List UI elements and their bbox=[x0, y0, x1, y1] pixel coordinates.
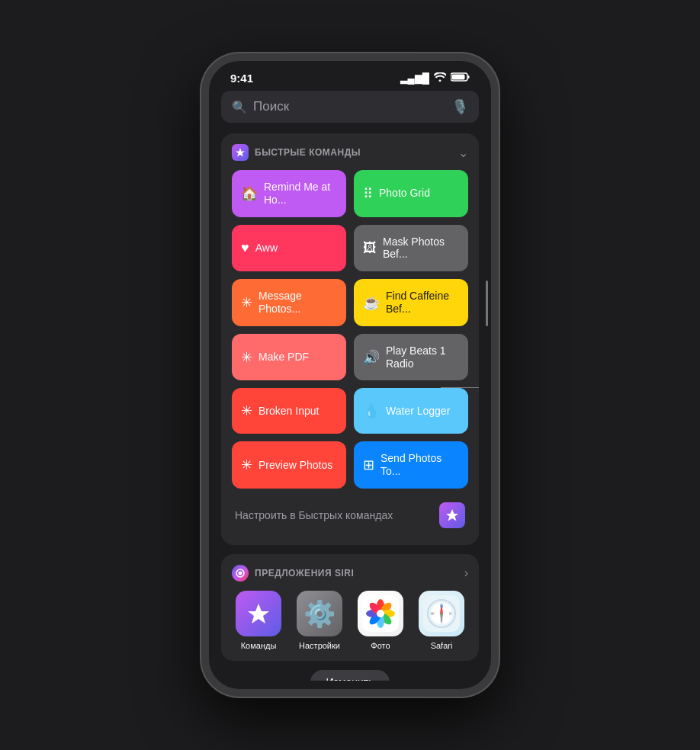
water-logger-icon: 💧 bbox=[363, 402, 380, 419]
safari-app-icon: N S W E bbox=[419, 591, 464, 636]
svg-text:N: N bbox=[440, 604, 443, 608]
remind-icon: 🏠 bbox=[241, 185, 258, 202]
settings-app-label: Настройки bbox=[299, 641, 340, 650]
shortcuts-grid: 🏠 Remind Me at Ho... ⠿ Photo Grid ♥ Aww … bbox=[232, 170, 468, 489]
siri-app-settings[interactable]: ⚙️ Настройки bbox=[293, 591, 346, 650]
mask-photos-label: Mask Photos Bef... bbox=[383, 236, 459, 261]
scroll-line bbox=[441, 387, 479, 388]
caffeine-label: Find Caffeine Bef... bbox=[386, 290, 459, 316]
siri-app-shortcuts[interactable]: Команды bbox=[232, 591, 285, 650]
siri-logo-icon bbox=[232, 565, 249, 582]
photos-app-icon bbox=[358, 591, 403, 636]
message-photos-label: Message Photos... bbox=[258, 290, 337, 316]
status-icons: ▂▄▆█ bbox=[400, 72, 470, 84]
mask-photos-icon: 🖼 bbox=[363, 240, 377, 256]
shortcut-make-pdf[interactable]: ✳ Make PDF bbox=[232, 334, 346, 381]
send-photos-label: Send Photos To... bbox=[381, 452, 459, 478]
configure-row[interactable]: Настроить в Быстрых командах bbox=[232, 496, 468, 534]
settings-app-icon: ⚙️ bbox=[297, 591, 342, 636]
siri-app-safari[interactable]: N S W E Safari bbox=[415, 591, 468, 650]
play-beats-icon: 🔊 bbox=[363, 349, 380, 366]
shortcut-broken-input[interactable]: ✳ Broken Input bbox=[232, 388, 346, 434]
shortcuts-logo[interactable] bbox=[439, 502, 465, 528]
notch bbox=[300, 61, 400, 84]
shortcut-mask-photos[interactable]: 🖼 Mask Photos Bef... bbox=[354, 225, 468, 272]
edit-button[interactable]: Изменить bbox=[310, 670, 389, 681]
mic-icon[interactable]: 🎙️ bbox=[451, 98, 468, 115]
play-beats-label: Play Beats 1 Radio bbox=[386, 345, 459, 370]
shortcuts-title-row: БЫСТРЫЕ КОМАНДЫ bbox=[232, 144, 361, 161]
shortcut-photo-grid[interactable]: ⠿ Photo Grid bbox=[354, 170, 468, 217]
photo-grid-label: Photo Grid bbox=[379, 187, 430, 200]
shortcut-preview-photos[interactable]: ✳ Preview Photos bbox=[232, 441, 346, 489]
shortcuts-app-label: Команды bbox=[241, 641, 277, 650]
search-icon: 🔍 bbox=[232, 100, 247, 114]
siri-app-photos[interactable]: Фото bbox=[354, 591, 407, 650]
message-photos-icon: ✳ bbox=[241, 294, 252, 311]
configure-text: Настроить в Быстрых командах bbox=[235, 509, 393, 521]
siri-title-row: ПРЕДЛОЖЕНИЯ SIRI bbox=[232, 565, 354, 582]
shortcuts-header: БЫСТРЫЕ КОМАНДЫ ⌄ bbox=[232, 144, 468, 161]
shortcuts-section-icon bbox=[232, 144, 249, 161]
screen-content: 🔍 Поиск 🎙️ БЫСТРЫЕ КОМАНДЫ ⌄ bbox=[209, 91, 491, 681]
broken-input-label: Broken Input bbox=[258, 405, 319, 418]
shortcut-remind[interactable]: 🏠 Remind Me at Ho... bbox=[232, 170, 346, 217]
time: 9:41 bbox=[230, 72, 253, 85]
wifi-icon bbox=[434, 72, 446, 84]
edit-button-container: Изменить bbox=[221, 670, 479, 681]
aww-icon: ♥ bbox=[241, 240, 249, 256]
siri-section-title: ПРЕДЛОЖЕНИЯ SIRI bbox=[255, 568, 354, 579]
shortcut-play-beats[interactable]: 🔊 Play Beats 1 Radio bbox=[354, 334, 468, 381]
svg-rect-1 bbox=[452, 75, 465, 80]
battery-icon bbox=[451, 72, 470, 84]
svg-rect-2 bbox=[468, 75, 470, 79]
photos-app-label: Фото bbox=[371, 641, 390, 650]
svg-point-4 bbox=[239, 571, 242, 575]
siri-section: ПРЕДЛОЖЕНИЯ SIRI › Команды bbox=[221, 554, 479, 661]
safari-app-label: Safari bbox=[431, 641, 453, 650]
siri-apps-grid: Команды ⚙️ Настройки bbox=[232, 591, 468, 650]
make-pdf-icon: ✳ bbox=[241, 349, 252, 366]
svg-point-14 bbox=[377, 610, 384, 617]
siri-header: ПРЕДЛОЖЕНИЯ SIRI › bbox=[232, 565, 468, 582]
phone-frame: 9:41 ▂▄▆█ 🔍 Поиск 🎙️ bbox=[201, 53, 499, 697]
remind-label: Remind Me at Ho... bbox=[264, 181, 337, 207]
shortcut-find-caffeine[interactable]: ☕ Find Caffeine Bef... bbox=[354, 279, 468, 326]
water-logger-label: Water Logger bbox=[386, 405, 450, 418]
preview-photos-label: Preview Photos bbox=[258, 459, 332, 472]
shortcuts-section-title: БЫСТРЫЕ КОМАНДЫ bbox=[255, 147, 361, 158]
shortcuts-app-icon bbox=[236, 591, 281, 636]
shortcut-send-photos[interactable]: ⊞ Send Photos To... bbox=[354, 441, 468, 489]
shortcuts-chevron-icon[interactable]: ⌄ bbox=[458, 146, 468, 160]
search-input[interactable]: Поиск bbox=[253, 99, 445, 114]
aww-label: Aww bbox=[255, 242, 278, 255]
siri-chevron-icon[interactable]: › bbox=[464, 566, 468, 580]
broken-input-icon: ✳ bbox=[241, 402, 252, 419]
preview-photos-icon: ✳ bbox=[241, 457, 252, 473]
send-photos-icon: ⊞ bbox=[363, 457, 374, 473]
shortcuts-section: БЫСТРЫЕ КОМАНДЫ ⌄ 🏠 Remind Me at Ho... ⠿… bbox=[221, 133, 479, 545]
signal-icon: ▂▄▆█ bbox=[400, 72, 429, 84]
scroll-indicator bbox=[486, 280, 488, 326]
search-bar[interactable]: 🔍 Поиск 🎙️ bbox=[221, 91, 479, 123]
shortcut-water-logger[interactable]: 💧 Water Logger bbox=[354, 388, 468, 434]
photo-grid-icon: ⠿ bbox=[363, 185, 373, 202]
caffeine-icon: ☕ bbox=[363, 294, 380, 311]
shortcut-aww[interactable]: ♥ Aww bbox=[232, 225, 346, 272]
make-pdf-label: Make PDF bbox=[258, 351, 309, 364]
svg-text:W: W bbox=[431, 611, 435, 615]
shortcut-message-photos[interactable]: ✳ Message Photos... bbox=[232, 279, 346, 326]
